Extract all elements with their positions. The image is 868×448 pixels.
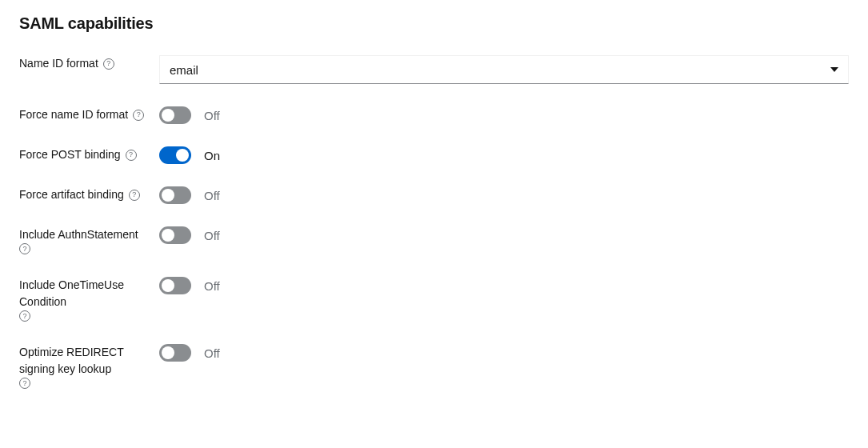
toggle-force-artifact-binding[interactable] [159,186,191,204]
label-optimize-redirect-signing: Optimize REDIRECT signing key lookup ? [19,344,159,389]
toggle-force-name-id-format[interactable] [159,106,191,124]
field-include-authn-statement: Include AuthnStatement ? Off [19,226,849,254]
label-text: Include AuthnStatement [19,226,138,243]
toggle-state-text: Off [204,109,220,122]
chevron-down-icon [830,67,838,72]
label-text: Name ID format [19,55,98,72]
field-force-post-binding: Force POST binding ? On [19,146,849,164]
help-icon[interactable]: ? [133,110,144,121]
label-text: Force name ID format [19,106,128,123]
label-text: Include OneTimeUse Condition [19,277,150,310]
label-force-name-id-format: Force name ID format ? [19,106,159,123]
label-force-post-binding: Force POST binding ? [19,146,159,163]
label-text: Force POST binding [19,146,121,163]
toggle-include-onetimeuse[interactable] [159,277,191,294]
field-name-id-format: Name ID format ? email [19,55,849,84]
field-force-artifact-binding: Force artifact binding ? Off [19,186,849,204]
label-include-onetimeuse: Include OneTimeUse Condition ? [19,277,159,322]
field-include-onetimeuse: Include OneTimeUse Condition ? Off [19,277,849,322]
help-icon[interactable]: ? [129,190,140,201]
toggle-state-text: Off [204,229,220,242]
toggle-state-text: Off [204,346,220,360]
toggle-state-text: Off [204,189,220,202]
label-force-artifact-binding: Force artifact binding ? [19,186,159,203]
label-name-id-format: Name ID format ? [19,55,159,72]
dropdown-value: email [170,63,198,77]
help-icon[interactable]: ? [19,243,30,254]
toggle-include-authn-statement[interactable] [159,226,191,244]
toggle-optimize-redirect-signing[interactable] [159,344,191,362]
toggle-force-post-binding[interactable] [159,146,191,164]
label-include-authn-statement: Include AuthnStatement ? [19,226,159,254]
field-force-name-id-format: Force name ID format ? Off [19,106,849,124]
help-icon[interactable]: ? [19,310,30,322]
label-text: Optimize REDIRECT signing key lookup [19,344,150,378]
help-icon[interactable]: ? [126,150,137,161]
help-icon[interactable]: ? [103,58,114,70]
toggle-state-text: On [204,149,220,162]
help-icon[interactable]: ? [19,378,30,389]
name-id-format-select[interactable]: email [159,55,849,84]
section-heading: SAML capabilities [19,14,849,33]
label-text: Force artifact binding [19,186,124,203]
toggle-state-text: Off [204,279,220,293]
field-optimize-redirect-signing: Optimize REDIRECT signing key lookup ? O… [19,344,849,389]
